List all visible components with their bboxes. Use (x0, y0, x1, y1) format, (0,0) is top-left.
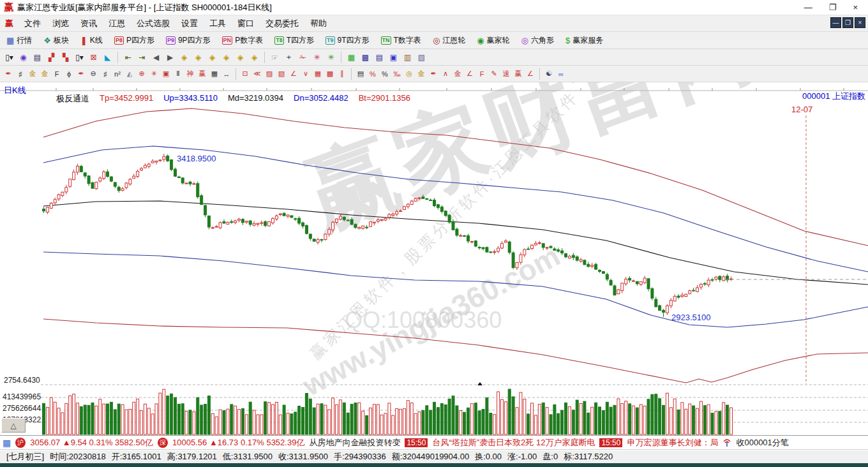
infinity-tool[interactable]: ∞ (555, 68, 567, 80)
p-number-table-button[interactable]: PN P数字表 (218, 33, 267, 48)
gann-arrow-h[interactable]: ◈ (206, 51, 219, 64)
parallel-tool[interactable]: Ⅱ (172, 68, 184, 80)
kline-canvas[interactable] (0, 82, 868, 436)
menu-item-gann[interactable]: 江恩 (103, 16, 131, 31)
t-square-button[interactable]: T8 T四方形 (271, 33, 318, 48)
shen-tool[interactable]: 神 (184, 68, 196, 80)
menu-item-file[interactable]: 文件 (19, 16, 47, 31)
shaded-box-tool[interactable]: ▨ (264, 68, 275, 80)
mdi-minimize-button[interactable]: — (830, 17, 841, 28)
news-item[interactable]: 从房地产向金融投资转变 (309, 437, 400, 448)
pattern-tool[interactable]: ◉ (17, 51, 30, 64)
box-tool[interactable]: ⊡ (239, 68, 251, 80)
gold-angle-tool[interactable]: 金 (452, 68, 463, 80)
prev-button[interactable]: ◀ (149, 51, 163, 64)
gann-arrow-left[interactable]: ◈ (177, 51, 191, 64)
first-page-button[interactable]: ⇤ (121, 51, 135, 64)
kline-style-dropdown[interactable]: ▯▾ (3, 51, 16, 64)
menu-item-tools[interactable]: 工具 (204, 16, 232, 31)
gann-arrow-right[interactable]: ◈ (191, 51, 205, 64)
kline-button[interactable]: ❚ K线 (77, 33, 107, 48)
export-button[interactable]: ▧ (415, 51, 428, 64)
gann-wheel-button[interactable]: ◎ 江恩轮 (429, 33, 469, 48)
w-angle-tool[interactable]: ∠ (525, 68, 536, 80)
mark-pen-tool[interactable]: ✒ (75, 68, 87, 80)
winner-wheel-button[interactable]: ◉ 赢家轮 (473, 33, 513, 48)
win-tool[interactable]: 赢 (197, 68, 208, 80)
grid-box-tool[interactable]: ▦ (312, 68, 324, 80)
parallel-lines-tool[interactable]: ∥ (336, 68, 348, 80)
sectors-button[interactable]: ❖ 板块 (40, 33, 73, 48)
menu-item-browse[interactable]: 浏览 (47, 16, 75, 31)
calculator-button[interactable]: ▩ (359, 51, 372, 64)
measure-tool[interactable]: ↔ (221, 68, 232, 80)
next-button[interactable]: ▶ (163, 51, 177, 64)
t-number-table-button[interactable]: TN T数字表 (377, 33, 425, 48)
calendar-button[interactable]: ▦ (345, 51, 358, 64)
draw-pen-tool[interactable]: ✒ (3, 68, 14, 80)
apex-tool[interactable]: ∧ (440, 68, 451, 80)
kline-chart-area[interactable]: 赢家财富网 赢家江恩软件，股票分析软件·江恩工具软件 www.yingjia36… (0, 82, 868, 436)
hexagon-button[interactable]: ◎ 六角形 (518, 33, 558, 48)
winner-service-button[interactable]: $ 赢家服务 (562, 33, 607, 48)
bars-3-tool[interactable]: ▞ (45, 51, 58, 64)
gold-circle-tool[interactable]: ◎ (403, 68, 415, 80)
taiji-tool[interactable]: ☯ (543, 68, 555, 80)
win-box-tool[interactable]: 赢 (513, 68, 524, 80)
menu-item-news[interactable]: 资讯 (75, 16, 103, 31)
check-line-tool[interactable]: ∨ (300, 68, 311, 80)
permille-tool[interactable]: ‰ (391, 68, 403, 80)
gann-arrow-x[interactable]: ◈ (220, 51, 233, 64)
minimize-button[interactable]: — (804, 3, 812, 12)
news-item[interactable]: 申万宏源董事长刘健：局 (627, 437, 718, 448)
cut-tool[interactable]: ✁ (296, 51, 310, 64)
menu-item-formula-stock-pick[interactable]: 公式选股 (131, 16, 176, 31)
maximize-button[interactable]: ❐ (829, 3, 837, 12)
quotes-button[interactable]: ▦ 行情 (3, 33, 36, 48)
fan-lines-tool[interactable]: ≪ (251, 68, 263, 80)
speed-line-tool[interactable]: 速 (500, 68, 512, 80)
close-button[interactable]: × (853, 3, 858, 12)
grid-tool[interactable]: ♯ (15, 68, 26, 80)
list-tool[interactable]: ▤ (355, 68, 366, 80)
gann-arrow-v[interactable]: ◈ (234, 51, 247, 64)
square-number-tool[interactable]: n² (112, 68, 123, 80)
prism-tool[interactable]: ◭ (124, 68, 135, 80)
9p-square-button[interactable]: P9 9P四方形 (162, 33, 214, 48)
mind-tool-green[interactable]: ✳ (324, 51, 338, 64)
notes-button[interactable]: ▤ (373, 51, 386, 64)
angle-line-tool[interactable]: ∠ (288, 68, 299, 80)
save-button[interactable]: ▣ (387, 51, 400, 64)
percent2-tool[interactable]: % (379, 68, 391, 80)
spiral-tool[interactable]: ϕ (63, 68, 75, 80)
last-page-button[interactable]: ⇥ (135, 51, 149, 64)
ink-tool[interactable]: ✒ (428, 68, 439, 80)
menu-item-help[interactable]: 帮助 (304, 16, 333, 31)
fibonacci-tool[interactable]: F (51, 68, 63, 80)
web-tool[interactable]: ✳ (148, 68, 160, 80)
crosshair-tool[interactable]: ＋ (282, 51, 296, 64)
gann-arrow-all[interactable]: ◈ (248, 51, 261, 64)
target-tool[interactable]: ⊕ (136, 68, 147, 80)
diagonal-box-tool[interactable]: ▧ (276, 68, 287, 80)
menu-item-trade-order[interactable]: 交易委托 (260, 16, 304, 31)
pencil-angle-tool[interactable]: ✎ (488, 68, 500, 80)
mind-tool-red[interactable]: ✳ (310, 51, 324, 64)
mdi-close-button[interactable]: × (855, 17, 865, 28)
p-square-button[interactable]: P8 P四方形 (110, 33, 158, 48)
f-angle-tool[interactable]: F (476, 68, 488, 80)
dense-grid-tool[interactable]: ▩ (324, 68, 336, 80)
gold-section-tool[interactable]: 金 (39, 68, 50, 80)
menu-item-settings[interactable]: 设置 (176, 16, 204, 31)
quote-grid-icon[interactable]: ▦ (3, 438, 11, 448)
bars-9-tool[interactable]: ▚ (59, 51, 72, 64)
square-grid-tool[interactable]: ▣ (160, 68, 172, 80)
percent-tool[interactable]: % (367, 68, 378, 80)
gold-line-tool[interactable]: 金 (415, 68, 427, 80)
printer-button[interactable]: ▥ (401, 51, 414, 64)
pattern-x-tool[interactable]: ⊠ (87, 51, 100, 64)
gold-ratio-tool[interactable]: 金 (27, 68, 38, 80)
menu-item-window[interactable]: 窗口 (232, 16, 260, 31)
ruler-grid-tool[interactable]: ▦ (209, 68, 220, 80)
j-angle-tool[interactable]: ∠ (464, 68, 475, 80)
